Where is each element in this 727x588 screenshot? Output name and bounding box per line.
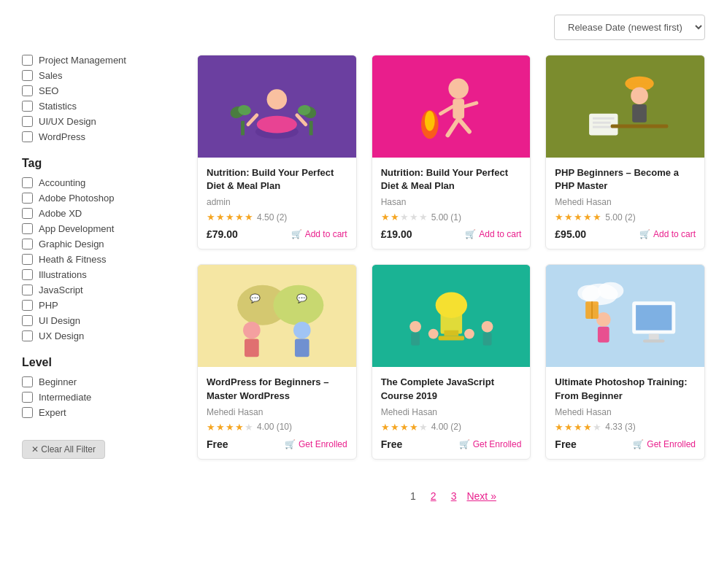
course-card-3: PHP Beginners – Become a PHP Master Mehe… xyxy=(545,55,705,249)
star-icon: ★ xyxy=(216,422,225,433)
filter-app-development[interactable]: App Development xyxy=(22,223,175,234)
course-price-1: £79.00 xyxy=(207,228,238,240)
next-page-link[interactable]: Next » xyxy=(466,490,496,502)
filter-beginner[interactable]: Beginner xyxy=(22,376,175,387)
svg-point-13 xyxy=(448,79,469,99)
filter-ui-ux-design[interactable]: UI/UX Design xyxy=(22,116,175,127)
filter-project-management[interactable]: Project Management xyxy=(22,55,175,66)
label-seo: SEO xyxy=(39,85,58,96)
filter-statistics[interactable]: Statistics xyxy=(22,101,175,112)
courses-grid: Nutrition: Build Your Perfect Diet & Mea… xyxy=(197,55,705,460)
label-intermediate: Intermediate xyxy=(39,392,91,403)
get-enrolled-button-6[interactable]: 🛒 Get Enrolled xyxy=(633,439,696,449)
star-icon: ★ xyxy=(226,422,234,433)
filter-accounting[interactable]: Accounting xyxy=(22,177,175,188)
course-thumb-6 xyxy=(546,265,704,367)
sidebar: Project Management Sales SEO Statistics … xyxy=(22,55,175,511)
checkbox-adobe-photoshop[interactable] xyxy=(22,193,33,204)
svg-rect-14 xyxy=(453,98,464,119)
svg-point-47 xyxy=(481,321,493,333)
checkbox-php[interactable] xyxy=(22,300,33,311)
page-2-link[interactable]: 2 xyxy=(426,489,441,503)
filter-adobe-photoshop[interactable]: Adobe Photoshop xyxy=(22,193,175,204)
course-thumb-4: 💬 💬 xyxy=(198,265,356,367)
add-to-cart-button-1[interactable]: 🛒 Add to cart xyxy=(291,229,347,239)
filter-intermediate[interactable]: Intermediate xyxy=(22,392,175,403)
checkbox-wordpress[interactable] xyxy=(22,131,33,142)
label-adobe-xd: Adobe XD xyxy=(39,208,82,219)
checkbox-statistics[interactable] xyxy=(22,101,33,112)
svg-rect-60 xyxy=(598,327,609,343)
add-to-cart-button-2[interactable]: 🛒 Add to cart xyxy=(465,229,521,239)
checkbox-app-development[interactable] xyxy=(22,223,33,234)
star-icon: ★ xyxy=(583,212,592,223)
tag-section: Tag Accounting Adobe Photoshop Adobe XD … xyxy=(22,157,175,341)
svg-rect-48 xyxy=(482,333,491,346)
svg-rect-53 xyxy=(636,306,672,330)
filter-illustrations[interactable]: Illustrations xyxy=(22,269,175,280)
filter-php[interactable]: PHP xyxy=(22,300,175,311)
svg-point-38 xyxy=(293,322,311,339)
sort-select[interactable]: Release Date (newest first) Price: Low t… xyxy=(554,15,705,40)
course-author-1: admin xyxy=(207,197,347,207)
price-row-3: £95.00 🛒 Add to cart xyxy=(555,228,696,240)
filter-expert[interactable]: Expert xyxy=(22,407,175,418)
label-sales: Sales xyxy=(39,70,63,81)
label-ux-design: UX Design xyxy=(39,330,84,341)
add-to-cart-button-3[interactable]: 🛒 Add to cart xyxy=(639,229,696,239)
course-price-6: Free xyxy=(555,438,577,450)
course-author-3: Mehedi Hasan xyxy=(555,197,696,207)
filter-ux-design[interactable]: UX Design xyxy=(22,330,175,341)
level-section: Level Beginner Intermediate Expert xyxy=(22,356,175,418)
checkbox-beginner[interactable] xyxy=(22,376,33,387)
svg-point-33 xyxy=(273,285,323,325)
svg-text:💬: 💬 xyxy=(296,294,307,304)
label-accounting: Accounting xyxy=(39,177,85,188)
filter-graphic-design[interactable]: Graphic Design xyxy=(22,239,175,249)
checkbox-ui-ux-design[interactable] xyxy=(22,116,33,127)
star-icon: ★ xyxy=(574,422,582,433)
enrolled-icon: 🛒 xyxy=(285,439,296,449)
star-icon: ★ xyxy=(216,212,225,223)
filter-seo[interactable]: SEO xyxy=(22,85,175,96)
course-card-4: 💬 💬 WordPress for Beginners – Master Wor… xyxy=(197,264,357,459)
cart-icon: 🛒 xyxy=(465,229,476,239)
filter-wordpress[interactable]: WordPress xyxy=(22,131,175,142)
checkbox-illustrations[interactable] xyxy=(22,269,33,280)
course-price-4: Free xyxy=(207,438,228,450)
course-author-5: Mehedi Hasan xyxy=(381,407,522,417)
get-enrolled-button-4[interactable]: 🛒 Get Enrolled xyxy=(285,439,347,449)
star-icon: ★ xyxy=(593,212,601,223)
checkbox-ux-design[interactable] xyxy=(22,330,33,341)
filter-javascript[interactable]: JavaScript xyxy=(22,285,175,295)
checkbox-sales[interactable] xyxy=(22,70,33,81)
checkbox-seo[interactable] xyxy=(22,85,33,96)
checkbox-javascript[interactable] xyxy=(22,285,33,295)
checkbox-project-management[interactable] xyxy=(22,55,33,66)
course-title-1: Nutrition: Build Your Perfect Diet & Mea… xyxy=(207,166,347,193)
rating-row-1: ★ ★ ★ ★ ★ 4.50 (2) xyxy=(207,212,347,223)
course-info-6: Ultimate Photoshop Training: From Beginn… xyxy=(546,367,704,458)
checkbox-expert[interactable] xyxy=(22,407,33,418)
checkbox-heath-fitness[interactable] xyxy=(22,254,33,265)
svg-rect-30 xyxy=(611,125,669,128)
checkbox-ui-design[interactable] xyxy=(22,315,33,326)
svg-rect-29 xyxy=(593,126,613,128)
svg-rect-43 xyxy=(444,330,458,336)
rating-row-2: ★ ★ ★ ★ ★ 5.00 (1) xyxy=(381,212,522,223)
checkbox-accounting[interactable] xyxy=(22,177,33,188)
checkbox-intermediate[interactable] xyxy=(22,392,33,403)
get-enrolled-button-5[interactable]: 🛒 Get Enrolled xyxy=(459,439,522,449)
filter-sales[interactable]: Sales xyxy=(22,70,175,81)
svg-rect-51 xyxy=(546,266,704,366)
filter-adobe-xd[interactable]: Adobe XD xyxy=(22,208,175,219)
filter-ui-design[interactable]: UI Design xyxy=(22,315,175,326)
clear-filter-button[interactable]: ✕ Clear All Filter xyxy=(22,440,105,459)
filter-heath-fitness[interactable]: Heath & Fitness xyxy=(22,254,175,265)
label-illustrations: Illustrations xyxy=(39,269,87,280)
checkbox-graphic-design[interactable] xyxy=(22,239,33,249)
page-3-link[interactable]: 3 xyxy=(447,489,461,503)
enrolled-icon: 🛒 xyxy=(633,439,644,449)
star-icon: ★ xyxy=(574,212,582,223)
checkbox-adobe-xd[interactable] xyxy=(22,208,33,219)
